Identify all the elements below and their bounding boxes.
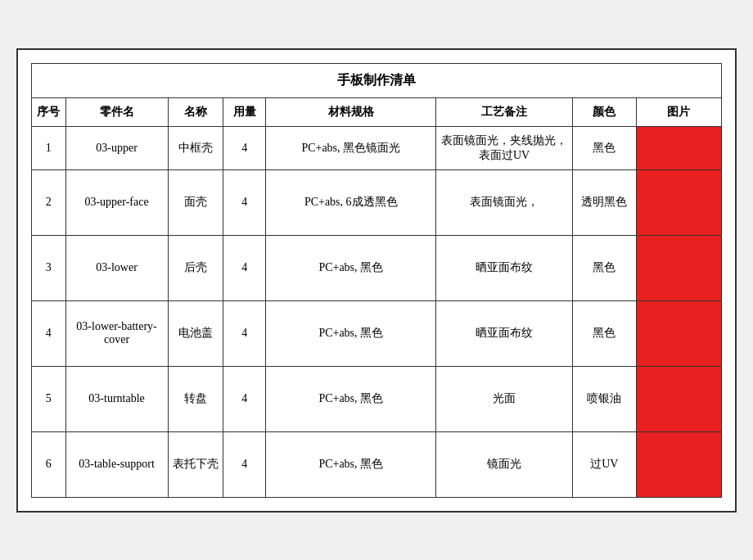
cell-qty: 4 (223, 235, 266, 300)
cell-index: 1 (32, 126, 66, 169)
cell-name: 后壳 (168, 235, 223, 300)
cell-part-code: 03-lower (65, 235, 168, 300)
main-table: 序号 零件名 名称 用量 材料规格 工艺备注 颜色 图片 103-upper中框… (31, 97, 722, 498)
cell-qty: 4 (223, 300, 266, 366)
cell-part-code: 03-upper-face (65, 169, 168, 235)
header-index: 序号 (32, 97, 66, 126)
table-row: 303-lower后壳4PC+abs, 黑色晒亚面布纹黑色 (32, 235, 722, 300)
cell-color: 黑色 (572, 235, 636, 300)
header-qty: 用量 (223, 97, 266, 126)
cell-part-code: 03-lower-battery-cover (65, 300, 168, 366)
cell-index: 5 (32, 366, 66, 431)
table-row: 503-turntable转盘4PC+abs, 黑色光面喷银油 (32, 366, 722, 431)
cell-qty: 4 (223, 366, 266, 431)
cell-image (636, 235, 721, 300)
cell-image (636, 126, 721, 169)
header-material: 材料规格 (266, 97, 436, 126)
table-row: 103-upper中框壳4PC+abs, 黑色镜面光表面镜面光，夹线抛光，表面过… (32, 126, 722, 169)
cell-process: 表面镜面光， (436, 169, 573, 235)
cell-index: 6 (32, 431, 66, 497)
header-part-code: 零件名 (65, 97, 168, 126)
cell-name: 表托下壳 (168, 431, 223, 497)
cell-qty: 4 (223, 431, 266, 497)
cell-qty: 4 (223, 169, 266, 235)
cell-part-code: 03-upper (65, 126, 168, 169)
cell-material: PC+abs, 6成透黑色 (266, 169, 436, 235)
cell-name: 面壳 (168, 169, 223, 235)
page-wrapper: 手板制作清单 序号 零件名 名称 用量 材料规格 工艺备注 颜色 图片 103-… (16, 48, 737, 513)
cell-index: 3 (32, 235, 66, 300)
cell-color: 过UV (572, 431, 636, 497)
cell-image (636, 169, 721, 235)
cell-process: 镜面光 (436, 431, 573, 497)
cell-qty: 4 (223, 126, 266, 169)
cell-image (636, 300, 721, 366)
cell-color: 黑色 (572, 300, 636, 366)
cell-name: 转盘 (168, 366, 223, 431)
table-row: 603-table-support表托下壳4PC+abs, 黑色镜面光过UV (32, 431, 722, 497)
cell-index: 2 (32, 169, 66, 235)
cell-name: 电池盖 (168, 300, 223, 366)
table-row: 203-upper-face面壳4PC+abs, 6成透黑色表面镜面光，透明黑色 (32, 169, 722, 235)
cell-process: 晒亚面布纹 (436, 300, 573, 366)
header-name: 名称 (168, 97, 223, 126)
cell-image (636, 366, 721, 431)
table-title: 手板制作清单 (31, 63, 722, 97)
cell-color: 透明黑色 (572, 169, 636, 235)
header-image: 图片 (636, 97, 721, 126)
header-color: 颜色 (572, 97, 636, 126)
cell-part-code: 03-table-support (65, 431, 168, 497)
cell-process: 晒亚面布纹 (436, 235, 573, 300)
cell-material: PC+abs, 黑色 (266, 235, 436, 300)
cell-color: 黑色 (572, 126, 636, 169)
header-process: 工艺备注 (436, 97, 573, 126)
cell-name: 中框壳 (168, 126, 223, 169)
cell-material: PC+abs, 黑色镜面光 (266, 126, 436, 169)
cell-process: 表面镜面光，夹线抛光，表面过UV (436, 126, 573, 169)
cell-material: PC+abs, 黑色 (266, 366, 436, 431)
cell-material: PC+abs, 黑色 (266, 431, 436, 497)
cell-index: 4 (32, 300, 66, 366)
cell-part-code: 03-turntable (65, 366, 168, 431)
cell-color: 喷银油 (572, 366, 636, 431)
cell-process: 光面 (436, 366, 573, 431)
header-row: 序号 零件名 名称 用量 材料规格 工艺备注 颜色 图片 (32, 97, 722, 126)
cell-image (636, 431, 721, 497)
table-row: 403-lower-battery-cover电池盖4PC+abs, 黑色晒亚面… (32, 300, 722, 366)
cell-material: PC+abs, 黑色 (266, 300, 436, 366)
